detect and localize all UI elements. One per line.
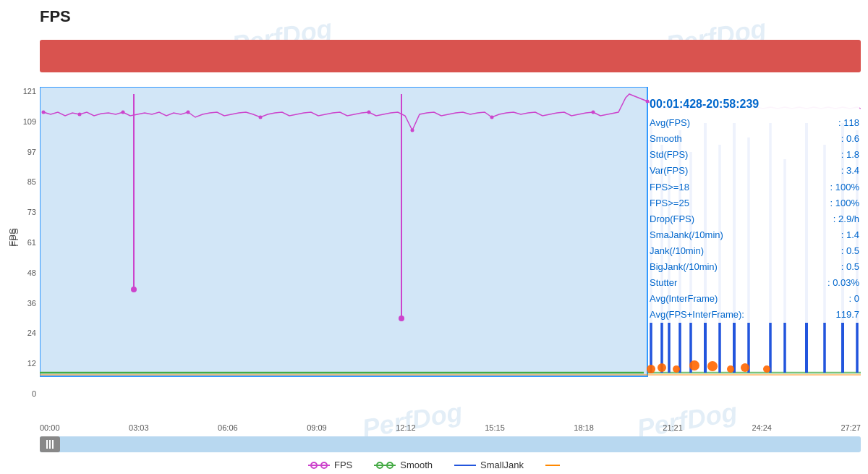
svg-point-7 <box>367 111 371 114</box>
legend-orange-icon <box>545 460 560 470</box>
x-label-2424: 24:24 <box>752 423 772 432</box>
legend: FPS Smooth SmallJank <box>0 460 868 470</box>
red-bar <box>40 40 861 72</box>
stats-key-dropfps: Drop(FPS) <box>650 211 694 227</box>
svg-point-5 <box>187 111 190 114</box>
legend-smooth: Smooth <box>374 460 433 470</box>
svg-point-2 <box>42 111 46 114</box>
stats-row-avginterframe: Avg(InterFrame) : 0 <box>650 291 859 307</box>
y-label-24: 24 <box>27 329 36 337</box>
stats-key-varfps: Var(FPS) <box>650 163 688 179</box>
svg-point-8 <box>411 129 414 132</box>
fps-title: FPS <box>40 7 71 26</box>
svg-point-37 <box>707 361 718 371</box>
y-label-12: 12 <box>27 359 36 368</box>
svg-point-3 <box>78 113 82 117</box>
stats-row-avgfpsinterframe: Avg(FPS+InterFrame): 119.7 <box>650 307 859 323</box>
scrollbar-handle[interactable] <box>40 436 60 452</box>
stats-row-avgfps: Avg(FPS) : 118 <box>650 115 859 131</box>
legend-smalljank: SmallJank <box>454 460 524 470</box>
stats-row-varfps: Var(FPS) : 3.4 <box>650 163 859 179</box>
y-label-97: 97 <box>27 148 36 156</box>
y-label-48: 48 <box>27 268 36 277</box>
svg-point-15 <box>399 316 404 321</box>
scrollbar-track[interactable] <box>40 436 861 452</box>
svg-point-13 <box>131 287 137 292</box>
stats-row-smooth: Smooth : 0.6 <box>650 131 859 147</box>
svg-point-36 <box>689 360 699 371</box>
y-label-109: 109 <box>23 117 36 126</box>
legend-fps-label: FPS <box>334 460 352 470</box>
y-label-0: 0 <box>32 389 36 398</box>
stats-key-jank: Jank(/10min) <box>650 243 704 259</box>
svg-point-40 <box>763 365 770 373</box>
legend-smooth-label: Smooth <box>400 460 433 470</box>
svg-point-39 <box>741 363 749 372</box>
y-axis-title: FPS <box>7 228 18 246</box>
stats-row-smalljank: SmaJank(/10min) : 1.4 <box>650 227 859 243</box>
legend-smalljank-label: SmallJank <box>480 460 524 470</box>
stats-val-smooth: : 0.6 <box>841 131 859 147</box>
x-label-0303: 03:03 <box>129 423 149 432</box>
x-label-0000: 00:00 <box>40 423 60 432</box>
scrollbar-grip <box>46 440 54 449</box>
stats-val-stutter: : 0.03% <box>827 275 859 291</box>
stats-val-jank: : 0.5 <box>841 243 859 259</box>
y-label-121: 121 <box>23 87 36 96</box>
legend-smalljank-icon <box>454 460 476 470</box>
legend-fps-icon <box>308 460 330 470</box>
stats-key-avgfpsinterframe: Avg(FPS+InterFrame): <box>650 307 744 323</box>
stats-row-bigjank: BigJank(/10min) : 0.5 <box>650 259 859 275</box>
x-label-1818: 18:18 <box>574 423 594 432</box>
stats-val-varfps: : 3.4 <box>841 163 859 179</box>
svg-point-34 <box>658 363 666 372</box>
stats-key-avgfps: Avg(FPS) <box>650 115 690 131</box>
x-label-1515: 15:15 <box>485 423 505 432</box>
stats-timestamp: 00:01:428-20:58:239 <box>650 94 859 114</box>
svg-point-38 <box>727 365 734 373</box>
stats-row-fps25: FPS>=25 : 100% <box>650 195 859 211</box>
y-label-85: 85 <box>27 177 36 186</box>
stats-val-smalljank: : 1.4 <box>841 227 859 243</box>
svg-point-9 <box>490 116 494 119</box>
y-label-36: 36 <box>27 299 36 308</box>
x-label-0606: 06:06 <box>218 423 238 432</box>
stats-row-dropfps: Drop(FPS) : 2.9/h <box>650 211 859 227</box>
x-label-0909: 09:09 <box>307 423 327 432</box>
x-label-2727: 27:27 <box>841 423 861 432</box>
svg-point-35 <box>673 365 680 373</box>
svg-point-4 <box>122 111 125 114</box>
stats-key-bigjank: BigJank(/10min) <box>650 259 718 275</box>
y-label-73: 73 <box>27 208 36 216</box>
stats-val-avginterframe: : 0 <box>849 291 859 307</box>
svg-point-6 <box>259 116 263 119</box>
x-axis: 00:00 03:03 06:06 09:09 12:12 15:15 18:1… <box>40 421 861 432</box>
svg-rect-0 <box>40 87 647 376</box>
svg-point-10 <box>592 111 595 114</box>
stats-val-avgfpsinterframe: 119.7 <box>835 307 859 323</box>
legend-orange <box>545 460 560 470</box>
stats-val-stdfps: : 1.8 <box>841 147 859 163</box>
stats-row-fps18: FPS>=18 : 100% <box>650 179 859 195</box>
stats-key-fps18: FPS>=18 <box>650 179 689 195</box>
stats-val-fps18: : 100% <box>830 179 859 195</box>
x-label-2121: 21:21 <box>663 423 683 432</box>
stats-key-stdfps: Std(FPS) <box>650 147 688 163</box>
stats-row-stdfps: Std(FPS) : 1.8 <box>650 147 859 163</box>
stats-key-smooth: Smooth <box>650 131 682 147</box>
stats-row-stutter: Stutter : 0.03% <box>650 275 859 291</box>
stats-val-avgfps: : 118 <box>838 115 859 131</box>
stats-val-dropfps: : 2.9/h <box>833 211 859 227</box>
stats-val-fps25: : 100% <box>830 195 859 211</box>
x-label-1212: 12:12 <box>396 423 416 432</box>
stats-key-smalljank: SmaJank(/10min) <box>650 227 723 243</box>
svg-point-33 <box>647 365 655 373</box>
legend-smooth-icon <box>374 460 396 470</box>
stats-panel: 00:01:428-20:58:239 Avg(FPS) : 118 Smoot… <box>650 94 859 323</box>
stats-row-jank: Jank(/10min) : 0.5 <box>650 243 859 259</box>
y-label-61: 61 <box>27 238 36 247</box>
stats-val-bigjank: : 0.5 <box>841 259 859 275</box>
stats-key-stutter: Stutter <box>650 275 677 291</box>
stats-key-avginterframe: Avg(InterFrame) <box>650 291 718 307</box>
main-container: FPS PerfDog PerfDog PerfDog PerfDog Perf… <box>0 0 868 474</box>
